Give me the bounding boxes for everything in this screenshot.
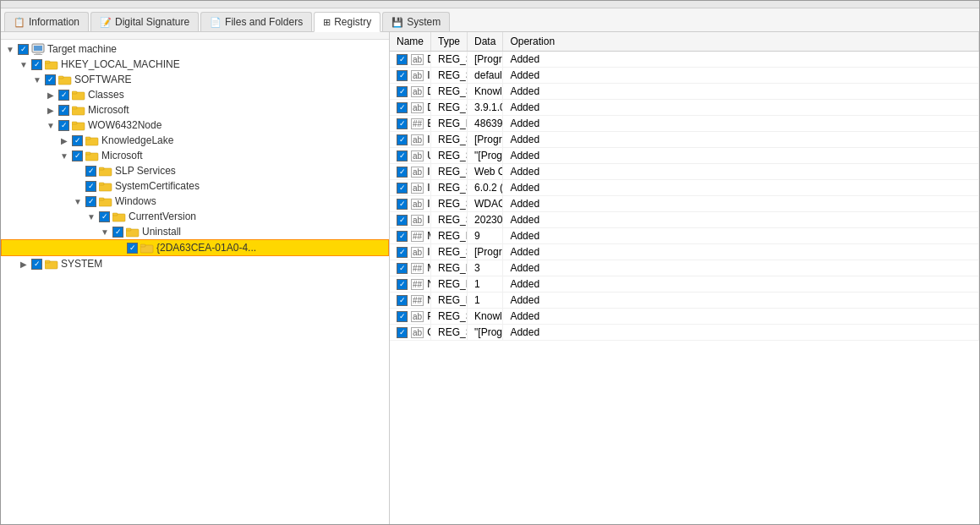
- reg-type: REG_DWORD: [431, 116, 468, 132]
- tree-node-target-machine[interactable]: ▼ Target machine: [1, 41, 389, 57]
- tree-node-current-version[interactable]: ▼ CurrentVersion: [1, 209, 389, 224]
- tree-node-microsoft2[interactable]: ▼ Microsoft: [1, 148, 389, 163]
- reg-checkbox[interactable]: [397, 215, 408, 226]
- reg-type-icon: ab: [411, 167, 424, 178]
- tree-node-system[interactable]: ▶ SYSTEM: [1, 256, 389, 271]
- expand-system[interactable]: ▶: [18, 258, 30, 270]
- tree-node-slp-services[interactable]: SLP Services: [1, 163, 389, 178]
- expand-classes[interactable]: ▶: [45, 89, 57, 101]
- checkbox-uninstall[interactable]: [112, 227, 123, 238]
- reg-checkbox[interactable]: [397, 183, 408, 194]
- reg-checkbox[interactable]: [397, 118, 408, 129]
- tab-registry[interactable]: ⊞Registry: [314, 12, 381, 32]
- checkbox-hklm[interactable]: [31, 59, 42, 70]
- expand-current-version[interactable]: ▼: [85, 211, 97, 222]
- table-row[interactable]: ab QuietUninstallStri... REG_SZ"[Program…: [390, 325, 979, 341]
- tree-node-software[interactable]: ▼ SOFTWARE: [1, 72, 389, 87]
- spacer-system-certificates: [72, 180, 84, 192]
- expand-uninstall[interactable]: ▼: [99, 226, 111, 238]
- tree-node-2da63cea[interactable]: {2DA63CEA-01A0-4...: [1, 239, 389, 256]
- checkbox-wow6432node[interactable]: [58, 120, 69, 131]
- tab-bar: 📋Information📝Digital Signature📄Files and…: [1, 8, 979, 32]
- tab-files-and-folders[interactable]: 📄Files and Folders: [200, 12, 312, 31]
- reg-checkbox[interactable]: [397, 199, 408, 210]
- reg-name: DisplayName: [427, 85, 430, 97]
- reg-checkbox[interactable]: [397, 231, 408, 242]
- reg-checkbox[interactable]: [397, 150, 408, 161]
- computer-icon-target-machine: [31, 43, 45, 55]
- table-row[interactable]: ab DisplayName REG_SZKnowledgeLake Deskt…: [390, 84, 979, 100]
- checkbox-windows[interactable]: [85, 196, 96, 207]
- reg-checkbox[interactable]: [397, 295, 408, 306]
- reg-type: REG_SZ: [431, 180, 468, 196]
- expand-hklm[interactable]: ▼: [18, 58, 30, 70]
- tab-information[interactable]: 📋Information: [4, 12, 89, 31]
- expand-target-machine[interactable]: ▼: [4, 43, 16, 55]
- reg-checkbox[interactable]: [397, 311, 408, 322]
- reg-checkbox[interactable]: [397, 134, 408, 145]
- table-row[interactable]: ab Inno Setup: Icon ... REG_SZWeb Captur…: [390, 164, 979, 180]
- reg-checkbox[interactable]: [397, 54, 408, 65]
- tree-node-wow6432node[interactable]: ▼ WOW6432Node: [1, 118, 389, 133]
- checkbox-current-version[interactable]: [99, 211, 110, 222]
- checkbox-microsoft[interactable]: [58, 105, 69, 116]
- table-row[interactable]: ## NoModify REG_DWORD1Added: [390, 276, 979, 293]
- expand-wow6432node[interactable]: ▼: [45, 119, 57, 131]
- table-row[interactable]: ab DisplayVersion REG_SZ3.9.1.0Added: [390, 100, 979, 116]
- reg-data: Web Capture: [468, 164, 503, 180]
- reg-checkbox[interactable]: [397, 102, 408, 113]
- checkbox-knowledgelake[interactable]: [72, 135, 83, 146]
- table-row[interactable]: ab InstallLocation REG_SZ[ProgramFilesFo…: [390, 244, 979, 260]
- tree-node-hklm[interactable]: ▼ HKEY_LOCAL_MACHINE: [1, 57, 389, 72]
- svg-rect-11: [72, 107, 77, 109]
- table-row[interactable]: ## MinorVersion REG_DWORD9Added: [390, 228, 979, 244]
- table-row[interactable]: ## EstimatedSize REG_DWORD486397Added: [390, 116, 979, 132]
- tree-node-windows[interactable]: ▼ Windows: [1, 194, 389, 209]
- tree-area[interactable]: ▼ Target machine▼ HKEY_LOCAL_MACHINE▼ SO…: [1, 40, 389, 524]
- table-row[interactable]: ab Inno Setup: User REG_SZWDAGUtilityAcc…: [390, 196, 979, 212]
- reg-checkbox[interactable]: [397, 327, 408, 338]
- checkbox-system[interactable]: [31, 259, 42, 270]
- checkbox-microsoft2[interactable]: [72, 150, 83, 161]
- table-scroll[interactable]: NameTypeDataOperation ab DisplayIcon REG…: [390, 32, 979, 524]
- expand-microsoft[interactable]: ▶: [45, 104, 57, 116]
- expand-knowledgelake[interactable]: ▶: [58, 134, 70, 146]
- tree-node-uninstall[interactable]: ▼ Uninstall: [1, 224, 389, 239]
- reg-type-icon: ab: [411, 150, 424, 161]
- checkbox-system-certificates[interactable]: [85, 181, 96, 192]
- checkbox-2da63cea[interactable]: [127, 243, 138, 254]
- tree-node-system-certificates[interactable]: SystemCertificates: [1, 178, 389, 194]
- folder-icon-classes: [72, 89, 85, 101]
- reg-checkbox[interactable]: [397, 86, 408, 97]
- reg-checkbox[interactable]: [397, 279, 408, 290]
- reg-type: REG_DWORD: [431, 293, 468, 309]
- table-row[interactable]: ab InstallDate REG_SZ20230804Added: [390, 212, 979, 228]
- expand-windows[interactable]: ▼: [72, 195, 84, 207]
- checkbox-software[interactable]: [45, 74, 56, 85]
- reg-data: KnowledgeLake, Inc.: [468, 309, 503, 325]
- checkbox-target-machine[interactable]: [18, 44, 29, 55]
- table-row[interactable]: ab DisplayIcon REG_SZ[ProgramFilesFolder…: [390, 52, 979, 68]
- table-row[interactable]: ab Inno Setup: Lang... REG_SZdefaultAdde…: [390, 68, 979, 84]
- tab-digital-signature[interactable]: 📝Digital Signature: [90, 12, 199, 31]
- table-row[interactable]: ## NoRepair REG_DWORD1Added: [390, 293, 979, 309]
- reg-checkbox[interactable]: [397, 263, 408, 274]
- checkbox-slp-services[interactable]: [85, 166, 96, 177]
- tab-system[interactable]: 💾System: [382, 12, 450, 31]
- expand-software[interactable]: ▼: [31, 74, 43, 85]
- tree-node-knowledgelake[interactable]: ▶ KnowledgeLake: [1, 133, 389, 148]
- reg-checkbox[interactable]: [397, 167, 408, 178]
- reg-type: REG_SZ: [431, 212, 468, 228]
- reg-checkbox[interactable]: [397, 70, 408, 81]
- table-row[interactable]: ab UninstallString REG_SZ"[ProgramFilesF…: [390, 148, 979, 164]
- registry-tab-label: Registry: [334, 16, 371, 28]
- table-row[interactable]: ## MajorVersion REG_DWORD3Added: [390, 260, 979, 276]
- reg-checkbox[interactable]: [397, 247, 408, 258]
- expand-microsoft2[interactable]: ▼: [58, 150, 70, 161]
- table-row[interactable]: ab Inno Setup: Setu... REG_SZ6.0.2 (u)Ad…: [390, 180, 979, 196]
- table-row[interactable]: ab Inno Setup: App ... REG_SZ[ProgramFil…: [390, 132, 979, 148]
- table-row[interactable]: ab Publisher REG_SZKnowledgeLake, Inc.Ad…: [390, 309, 979, 325]
- tree-node-microsoft[interactable]: ▶ Microsoft: [1, 102, 389, 118]
- tree-node-classes[interactable]: ▶ Classes: [1, 87, 389, 102]
- checkbox-classes[interactable]: [58, 90, 69, 101]
